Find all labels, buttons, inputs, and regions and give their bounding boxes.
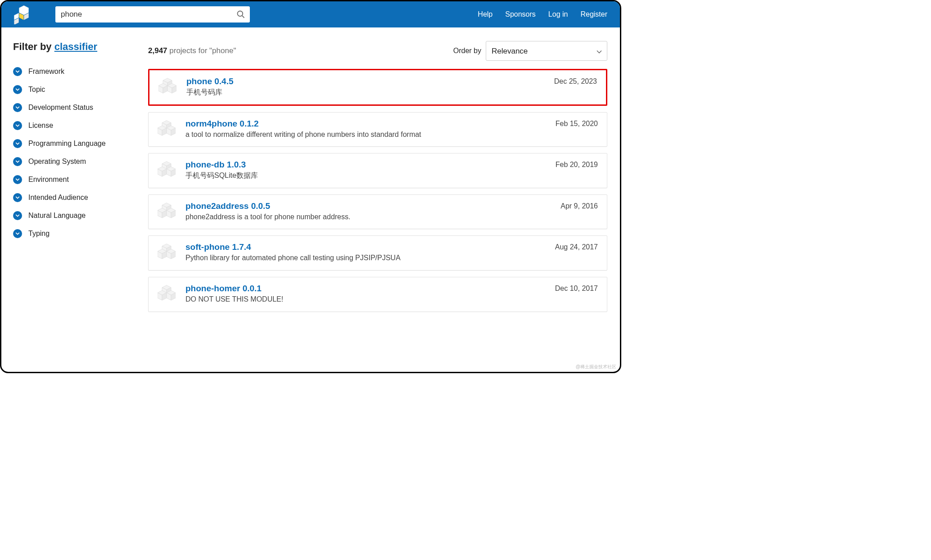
filter-title: Filter by classifier	[13, 41, 148, 53]
filter-label: Operating System	[28, 158, 86, 166]
order-by-select[interactable]: Relevance	[486, 41, 607, 61]
result-description: DO NOT USE THIS MODULE!	[185, 294, 545, 304]
package-icon	[158, 161, 176, 179]
chevron-down-icon	[13, 67, 22, 76]
results-count: 2,947 projects for "phone"	[148, 46, 236, 55]
result-card[interactable]: phone-db 1.0.3 手机号码SQLite数据库 Feb 20, 201…	[148, 153, 607, 188]
result-body: phone 0.4.5 手机号码库	[186, 77, 544, 97]
result-description: phone2address is a tool for phone number…	[185, 212, 551, 222]
result-title[interactable]: phone 0.4.5	[186, 77, 544, 86]
sidebar: Filter by classifier Framework Topic Dev…	[13, 41, 148, 372]
result-card[interactable]: soft-phone 1.7.4 Python library for auto…	[148, 235, 607, 271]
package-icon	[158, 77, 176, 95]
nav-links: Help Sponsors Log in Register	[478, 10, 607, 18]
chevron-down-icon	[13, 229, 22, 238]
filter-label: Typing	[28, 230, 50, 238]
results-header: 2,947 projects for "phone" Order by Rele…	[148, 41, 608, 61]
content: Filter by classifier Framework Topic Dev…	[1, 27, 620, 372]
svg-point-5	[238, 11, 243, 17]
result-body: phone-db 1.0.3 手机号码SQLite数据库	[185, 160, 546, 181]
result-date: Feb 15, 2020	[556, 120, 598, 128]
result-date: Feb 20, 2019	[556, 161, 598, 169]
filter-item-operating-system[interactable]: Operating System	[13, 153, 148, 171]
svg-line-6	[242, 16, 244, 18]
filter-label: Natural Language	[28, 212, 86, 220]
chevron-down-icon	[13, 139, 22, 148]
search-input[interactable]	[55, 6, 250, 23]
chevron-down-icon	[13, 121, 22, 130]
filter-item-intended-audience[interactable]: Intended Audience	[13, 189, 148, 207]
filter-item-typing[interactable]: Typing	[13, 225, 148, 243]
result-description: Python library for automated phone call …	[185, 253, 545, 263]
filter-item-topic[interactable]: Topic	[13, 81, 148, 99]
result-title[interactable]: norm4phone 0.1.2	[185, 119, 546, 129]
result-description: 手机号码SQLite数据库	[185, 171, 546, 181]
result-title[interactable]: phone2address 0.0.5	[185, 201, 551, 211]
search-container	[55, 6, 250, 23]
filter-label: Development Status	[28, 104, 93, 112]
filter-label: Environment	[28, 176, 69, 184]
filter-label: Topic	[28, 86, 45, 94]
package-icon	[158, 285, 176, 303]
result-card[interactable]: phone-homer 0.0.1 DO NOT USE THIS MODULE…	[148, 277, 607, 312]
result-body: phone-homer 0.0.1 DO NOT USE THIS MODULE…	[185, 284, 545, 304]
filter-item-license[interactable]: License	[13, 117, 148, 135]
result-title[interactable]: phone-db 1.0.3	[185, 160, 546, 170]
result-card[interactable]: phone2address 0.0.5 phone2address is a t…	[148, 194, 607, 230]
nav-login[interactable]: Log in	[548, 10, 568, 18]
result-date: Apr 9, 2016	[560, 202, 598, 210]
chevron-down-icon	[13, 211, 22, 220]
result-body: norm4phone 0.1.2 a tool to normalize dif…	[185, 119, 546, 140]
filter-label: License	[28, 122, 53, 130]
package-icon	[158, 202, 176, 220]
result-title[interactable]: soft-phone 1.7.4	[185, 242, 545, 252]
chevron-down-icon	[13, 175, 22, 184]
filter-label: Intended Audience	[28, 194, 88, 202]
nav-help[interactable]: Help	[478, 10, 493, 18]
filter-item-environment[interactable]: Environment	[13, 171, 148, 189]
nav-sponsors[interactable]: Sponsors	[505, 10, 536, 18]
classifier-link[interactable]: classifier	[54, 41, 97, 52]
filter-label: Programming Language	[28, 140, 106, 148]
filter-item-programming-language[interactable]: Programming Language	[13, 135, 148, 153]
order-by-label: Order by	[453, 47, 481, 55]
filter-list: Framework Topic Development Status Licen…	[13, 63, 148, 243]
chevron-down-icon	[13, 193, 22, 202]
filter-title-prefix: Filter by	[13, 41, 54, 52]
result-card[interactable]: norm4phone 0.1.2 a tool to normalize dif…	[148, 112, 607, 147]
filter-item-development-status[interactable]: Development Status	[13, 99, 148, 117]
result-date: Aug 24, 2017	[555, 243, 598, 251]
filter-label: Framework	[28, 68, 64, 76]
result-card[interactable]: phone 0.4.5 手机号码库 Dec 25, 2023	[148, 69, 607, 106]
filter-item-framework[interactable]: Framework	[13, 63, 148, 81]
watermark: @稀土掘金技术社区	[576, 364, 616, 370]
chevron-down-icon	[13, 85, 22, 94]
results-list: phone 0.4.5 手机号码库 Dec 25, 2023 norm4phon…	[148, 69, 608, 316]
chevron-down-icon	[13, 157, 22, 166]
search-icon[interactable]	[236, 10, 245, 19]
package-icon	[158, 243, 176, 261]
result-body: soft-phone 1.7.4 Python library for auto…	[185, 242, 545, 263]
chevron-down-icon	[13, 103, 22, 112]
result-date: Dec 25, 2023	[554, 77, 597, 86]
result-description: 手机号码库	[186, 87, 544, 97]
result-date: Dec 10, 2017	[555, 285, 598, 293]
order-by-wrap: Order by Relevance	[453, 41, 607, 61]
pypi-logo[interactable]	[14, 5, 34, 24]
app-window: Help Sponsors Log in Register Filter by …	[0, 0, 621, 373]
main: 2,947 projects for "phone" Order by Rele…	[148, 41, 608, 372]
filter-item-natural-language[interactable]: Natural Language	[13, 207, 148, 225]
result-description: a tool to normalize different writing of…	[185, 130, 546, 140]
result-title[interactable]: phone-homer 0.0.1	[185, 284, 545, 294]
header: Help Sponsors Log in Register	[1, 1, 620, 27]
nav-register[interactable]: Register	[580, 10, 607, 18]
result-body: phone2address 0.0.5 phone2address is a t…	[185, 201, 551, 222]
package-icon	[158, 120, 176, 138]
